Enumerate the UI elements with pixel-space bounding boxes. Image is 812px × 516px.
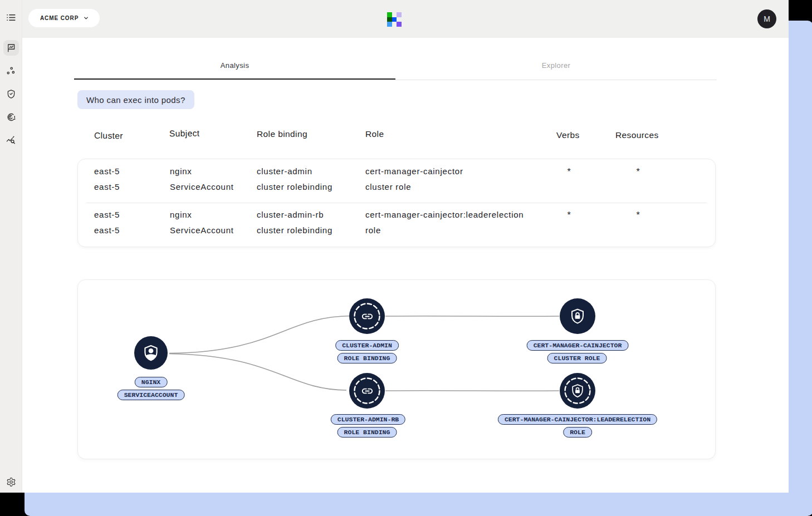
node-label-name: CERT-MANAGER-CAINJECTOR:LEADERELECTION xyxy=(498,414,657,425)
node-label-name: CLUSTER-ADMIN xyxy=(335,340,399,351)
edge-binding-bottom-to-role-bottom xyxy=(385,391,559,391)
node-label-name: NGINX xyxy=(135,377,168,387)
node-label-kind: ROLE xyxy=(563,427,592,438)
dashed-ring xyxy=(349,373,385,409)
edge-subject-to-binding-bottom xyxy=(169,354,346,391)
node-label-name: CLUSTER-ADMIN-RB xyxy=(331,414,405,425)
dashed-ring xyxy=(560,373,595,409)
app-window: ACME CORP M xyxy=(0,0,789,493)
node-label-name: CERT-MANAGER-CAINJECTOR xyxy=(527,340,629,351)
graph-node-subject[interactable] xyxy=(134,336,168,370)
dashed-ring xyxy=(349,298,385,334)
graph-node-role-bottom[interactable] xyxy=(560,373,595,409)
edge-binding-top-to-role-top xyxy=(385,316,559,317)
edge-subject-to-binding-top xyxy=(169,316,351,353)
node-label-kind: ROLE BINDING xyxy=(337,427,397,438)
graph-node-binding-top[interactable] xyxy=(349,298,385,334)
user-shield-icon xyxy=(141,343,160,362)
node-label-kind: SERVICEACCOUNT xyxy=(118,390,185,400)
graph-node-role-top[interactable] xyxy=(560,298,595,334)
node-label-kind: CLUSTER ROLE xyxy=(547,353,607,363)
graph-node-binding-bottom[interactable] xyxy=(349,373,385,409)
node-label-kind: ROLE BINDING xyxy=(337,353,397,363)
shield-lock-icon xyxy=(568,307,587,326)
